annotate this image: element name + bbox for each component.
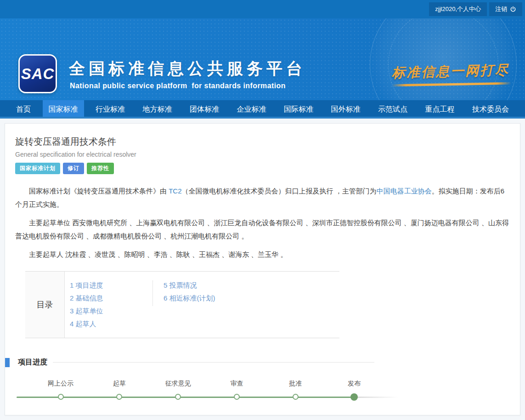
plan-info-paragraph: 国家标准计划《旋转变压器通用技术条件》由 TC2（全国微电机标准化技术委员会）归… [15, 184, 510, 211]
main-unit-paragraph: 主要起草单位 西安微电机研究所 、上海赢双电机有限公司 、浙江巨龙自动化设备有限… [15, 216, 510, 243]
sac-logo: SAC [18, 54, 57, 93]
drafters-paragraph: 主要起草人 沈桂霞 、凌世茂 、陈昭明 、李浩 、陈耿 、王福杰 、谢海东 、兰… [15, 248, 510, 261]
topbar: zjjl2020,个人中心 注销 [0, 0, 525, 18]
user-center-button[interactable]: zjjl2020,个人中心 [429, 2, 487, 16]
timeline-node [293, 394, 299, 400]
timeline-stage: 批准 [270, 379, 321, 400]
nav-item[interactable]: 国际标准 [278, 100, 319, 117]
tag-row: 国家标准计划修订推荐性 [15, 163, 510, 174]
status-tag: 推荐性 [87, 163, 114, 174]
page-subtitle-en: General specification for electrical res… [15, 151, 510, 158]
sac-logo-text: SAC [21, 65, 55, 83]
toc-link[interactable]: 3 起草单位 [70, 305, 152, 318]
toc-link[interactable]: 4 起草人 [70, 318, 152, 330]
page-title: 旋转变压器通用技术条件 [15, 136, 510, 148]
site-title: 全国标准信息公共服务平台 [69, 58, 306, 79]
power-icon [510, 6, 516, 12]
toc-label: 目录 [25, 272, 65, 338]
nav-item[interactable]: 行业标准 [90, 100, 131, 117]
nav-item[interactable]: 地方标准 [137, 100, 178, 117]
timeline-stage-label: 批准 [270, 379, 321, 387]
section-title: 项目进度 [18, 358, 47, 367]
site-subtitle: National public service platform for sta… [70, 82, 286, 90]
progress-timeline: 网上公示起草征求意见审查批准发布 [5, 379, 520, 411]
section-bar [5, 358, 10, 367]
toc-link[interactable]: 2 基础信息 [70, 292, 152, 305]
main-nav: 首页国家标准行业标准地方标准团体标准企业标准国际标准国外标准示范试点重点工程技术… [0, 100, 525, 119]
industry-association-link[interactable]: 中国电器工业协会 [377, 187, 432, 195]
toc-link[interactable]: 5 投票情况 [164, 279, 215, 292]
status-tag: 国家标准计划 [15, 163, 60, 174]
globe-ring [388, 18, 498, 100]
toc-box: 目录 1 项目进度2 基础信息3 起草单位4 起草人 5 投票情况6 相近标准(… [25, 271, 339, 338]
section-rule [53, 362, 374, 363]
timeline-stage-label: 发布 [329, 379, 379, 387]
toc-columns: 1 项目进度2 基础信息3 起草单位4 起草人 5 投票情况6 相近标准(计划) [65, 272, 215, 338]
toc-column-2: 5 投票情况6 相近标准(计划) [152, 279, 215, 330]
plan-info-text: （全国微电机标准化技术委员会）归口上报及执行 ，主管部门为 [182, 187, 377, 195]
nav-item[interactable]: 示范试点 [372, 100, 413, 117]
plan-info-text: 国家标准计划《旋转变压器通用技术条件》由 [29, 187, 169, 195]
nav-item[interactable]: 技术委员会 [466, 100, 515, 117]
tc2-link[interactable]: TC2 [169, 187, 181, 195]
status-tag: 修订 [63, 163, 84, 174]
nav-item[interactable]: 团体标准 [184, 100, 225, 117]
timeline-node [234, 394, 240, 400]
article: 旋转变压器通用技术条件 General specification for el… [5, 136, 520, 338]
toc-column-1: 1 项目进度2 基础信息3 起草单位4 起草人 [65, 279, 152, 330]
timeline-node [350, 393, 358, 401]
logout-button[interactable]: 注销 [489, 2, 522, 16]
nav-item[interactable]: 国家标准 [43, 100, 84, 117]
timeline-node [116, 394, 122, 400]
timeline-stage-label: 审查 [211, 379, 262, 387]
toc-link[interactable]: 1 项目进度 [70, 279, 152, 292]
slogan-text: 标准信息一网打尽 [392, 61, 510, 83]
timeline-stage: 审查 [211, 379, 262, 400]
paragraphs: 国家标准计划《旋转变压器通用技术条件》由 TC2（全国微电机标准化技术委员会）归… [15, 184, 510, 261]
user-center-label: zjjl2020,个人中心 [435, 5, 481, 13]
timeline-stage: 发布 [329, 379, 379, 401]
section-project-progress: 项目进度 [5, 358, 520, 367]
nav-item[interactable]: 重点工程 [419, 100, 461, 117]
nav-item[interactable]: 国外标准 [325, 100, 367, 117]
nav-item[interactable]: 首页 [10, 100, 37, 117]
timeline-stage-label: 网上公示 [35, 379, 86, 387]
timeline-stage: 征求意见 [153, 379, 203, 400]
logout-label: 注销 [495, 5, 507, 13]
toc-link[interactable]: 6 相近标准(计划) [164, 292, 215, 305]
content-panel: 旋转变压器通用技术条件 General specification for el… [5, 123, 520, 415]
timeline-stage: 起草 [94, 379, 145, 400]
timeline-stage: 网上公示 [35, 379, 86, 400]
nav-item[interactable]: 企业标准 [231, 100, 272, 117]
site-header: SAC 全国标准信息公共服务平台 National public service… [0, 18, 525, 100]
timeline-stage-label: 征求意见 [153, 379, 203, 387]
timeline-stage-label: 起草 [94, 379, 145, 387]
timeline-node [58, 394, 64, 400]
timeline-node [175, 394, 181, 400]
